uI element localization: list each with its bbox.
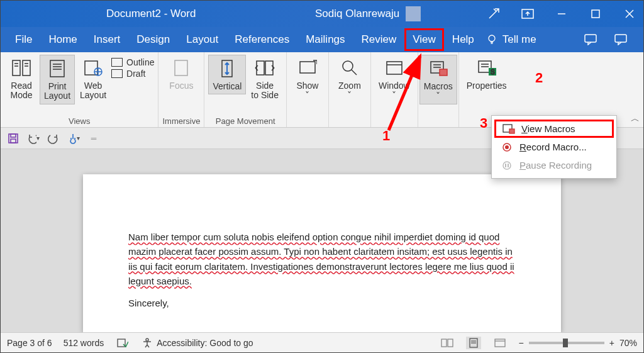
show-icon <box>297 57 318 79</box>
tell-me-label: Tell me <box>502 33 536 46</box>
ribbon-display-icon[interactable] <box>519 5 536 23</box>
avatar-icon <box>406 6 421 21</box>
maximize-button[interactable] <box>587 5 604 23</box>
zoom-control[interactable]: − + 70% <box>519 338 637 348</box>
closing-line: Sincerely, <box>128 296 516 310</box>
view-macros-icon <box>502 124 515 134</box>
lightbulb-icon <box>486 34 497 45</box>
body-paragraph: Nam liber tempor cum soluta nobis eleife… <box>128 230 516 288</box>
tab-references[interactable]: References <box>226 28 297 51</box>
zoom-in-button[interactable]: + <box>609 338 614 348</box>
zoom-level[interactable]: 70% <box>619 338 637 348</box>
read-mode-icon <box>11 57 32 79</box>
tab-design[interactable]: Design <box>128 28 178 51</box>
read-mode-view-icon[interactable] <box>440 337 455 349</box>
group-views: Read Mode Print Layout Web Layout Outlin… <box>1 52 158 127</box>
tab-insert[interactable]: Insert <box>86 28 129 51</box>
quick-save-icon[interactable] <box>485 5 502 23</box>
menu-bar: File Home Insert Design Layout Reference… <box>1 27 643 52</box>
svg-rect-18 <box>85 61 97 75</box>
callout-1: 1 <box>382 128 390 144</box>
vertical-icon <box>216 58 238 79</box>
zoom-slider[interactable] <box>529 342 604 344</box>
svg-point-26 <box>343 61 353 71</box>
record-macro-icon <box>501 142 513 152</box>
svg-rect-9 <box>23 60 30 76</box>
user-account[interactable]: Sodiq Olanrewaju <box>315 6 421 21</box>
ribbon: Read Mode Print Layout Web Layout Outlin… <box>1 52 643 128</box>
svg-point-43 <box>503 162 511 169</box>
properties-button[interactable]: S Properties <box>463 55 511 93</box>
svg-rect-14 <box>50 60 64 77</box>
tell-me-search[interactable]: Tell me <box>486 33 536 46</box>
group-zoom: Zoom˅ <box>329 52 371 127</box>
svg-rect-45 <box>508 164 509 167</box>
page-indicator[interactable]: Page 3 of 6 <box>7 338 52 348</box>
print-layout-view-icon[interactable] <box>466 337 481 349</box>
comments-icon[interactable] <box>584 34 598 45</box>
undo-button[interactable]: ▾ <box>27 132 40 145</box>
svg-rect-33 <box>440 69 447 76</box>
save-button[interactable] <box>7 132 19 145</box>
svg-rect-49 <box>11 134 16 137</box>
user-name: Sodiq Olanrewaju <box>315 8 399 20</box>
svg-rect-7 <box>615 35 626 42</box>
svg-rect-50 <box>11 139 16 143</box>
tab-help[interactable]: Help <box>444 28 482 51</box>
close-button[interactable] <box>621 5 638 23</box>
record-macro-item[interactable]: Record Macro... <box>492 138 616 156</box>
zoom-icon <box>339 57 360 79</box>
vertical-button[interactable]: Vertical <box>208 55 246 94</box>
collapse-ribbon-icon[interactable]: ︿ <box>631 113 640 125</box>
svg-text:S: S <box>491 69 495 76</box>
svg-rect-48 <box>9 134 18 143</box>
pause-recording-icon <box>501 160 513 171</box>
svg-rect-58 <box>495 339 505 347</box>
print-layout-icon <box>47 58 68 79</box>
svg-line-47 <box>389 56 420 130</box>
svg-rect-54 <box>448 339 453 347</box>
outline-button[interactable]: Outline <box>111 57 154 67</box>
callout-3: 3 <box>480 115 487 132</box>
svg-rect-20 <box>175 60 187 76</box>
redo-button[interactable] <box>47 132 60 145</box>
callout-2: 2 <box>535 70 543 86</box>
view-macros-item[interactable]: View Macros <box>494 120 614 138</box>
zoom-out-button[interactable]: − <box>519 338 524 348</box>
svg-line-27 <box>352 70 357 75</box>
side-to-side-icon <box>254 57 275 79</box>
share-icon[interactable] <box>614 34 628 45</box>
touch-mode-button[interactable]: ▾ <box>67 132 80 145</box>
show-button[interactable]: Show˅ <box>291 55 325 103</box>
print-layout-button[interactable]: Print Layout <box>40 55 75 104</box>
document-title: Document2 - Word <box>106 8 196 20</box>
document-page[interactable]: Nam liber tempor cum soluta nobis eleife… <box>83 174 561 332</box>
group-show: Show˅ <box>287 52 329 127</box>
word-count[interactable]: 512 words <box>64 338 104 348</box>
minimize-button[interactable] <box>553 5 570 23</box>
svg-rect-23 <box>257 61 264 75</box>
zoom-button[interactable]: Zoom˅ <box>333 55 367 103</box>
title-bar: Document2 - Word Sodiq Olanrewaju <box>1 1 643 27</box>
web-layout-button[interactable]: Web Layout <box>76 55 110 103</box>
tab-review[interactable]: Review <box>353 28 405 51</box>
tab-home[interactable]: Home <box>40 28 85 51</box>
svg-point-52 <box>146 339 148 341</box>
svg-rect-2 <box>592 10 599 18</box>
side-to-side-button[interactable]: Side to Side <box>247 55 282 103</box>
outline-icon <box>111 58 123 67</box>
qat-customize[interactable]: ═ <box>87 132 100 145</box>
tab-file[interactable]: File <box>7 28 40 51</box>
spellcheck-icon[interactable] <box>115 337 130 349</box>
svg-rect-51 <box>118 339 125 347</box>
web-layout-view-icon[interactable] <box>492 337 508 349</box>
svg-rect-6 <box>585 35 596 42</box>
accessibility-status[interactable]: Accessibility: Good to go <box>142 337 253 349</box>
tab-mailings[interactable]: Mailings <box>297 28 353 51</box>
focus-button[interactable]: Focus <box>164 55 198 93</box>
group-page-movement: Vertical Side to Side Page Movement <box>204 52 287 127</box>
tab-view[interactable]: View <box>404 28 444 51</box>
read-mode-button[interactable]: Read Mode <box>4 55 38 103</box>
tab-layout[interactable]: Layout <box>178 28 226 51</box>
draft-button[interactable]: Draft <box>111 69 154 79</box>
